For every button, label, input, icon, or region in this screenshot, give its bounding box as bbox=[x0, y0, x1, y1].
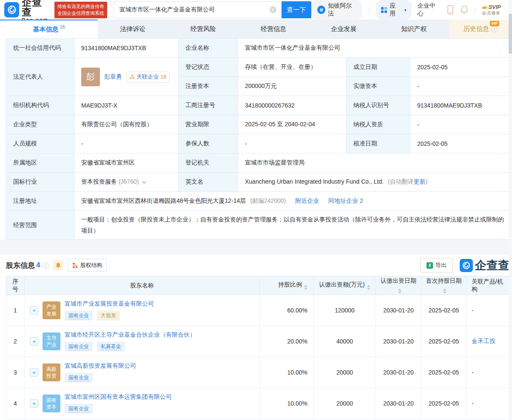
shareholder-name-link[interactable]: 宣城市产业发展投资基金有限公司 bbox=[65, 300, 154, 308]
enterprise-center-link[interactable]: 企业中心 bbox=[418, 2, 441, 17]
org-code-label: 组织机构代码 bbox=[6, 96, 74, 115]
sort-icon bbox=[367, 285, 370, 290]
col-date-sort[interactable]: 认缴出资日期 bbox=[376, 276, 421, 295]
taxpayer-quality-value: - bbox=[410, 115, 512, 134]
related-product-value: - bbox=[466, 388, 512, 419]
tab-bar: 基本信息16 法律诉讼 经营风险 经营信息 企业发展 知识产权 VIP 历史信息 bbox=[0, 20, 512, 38]
tab-operating-info[interactable]: 经营信息 bbox=[238, 20, 308, 38]
first-hold-date-value: 2025-02-05 bbox=[421, 357, 466, 388]
tag-major-shareholder[interactable]: 大股东 bbox=[97, 311, 120, 321]
apps-menu-button[interactable]: 应用 bbox=[376, 0, 412, 20]
shareholders-count: 4 bbox=[36, 261, 40, 270]
qcc-logo[interactable]: 企查查 Qcc.com bbox=[4, 0, 52, 22]
subscribe-bell-icon[interactable] bbox=[53, 260, 63, 270]
org-code-value: MAE9DJ3T-X bbox=[74, 96, 179, 115]
chevron-down-icon[interactable] bbox=[142, 181, 146, 184]
network-icon bbox=[130, 74, 135, 79]
tab-operating-risk[interactable]: 经营风险 bbox=[168, 20, 238, 38]
address-value: 安徽省宣城市宣州区西林街道梅园路48号金色阳光大厦12-14层 (邮编24200… bbox=[74, 192, 512, 211]
tab-basic-info[interactable]: 基本信息16 bbox=[0, 20, 98, 38]
shareholder-avatar[interactable]: 高新投资 bbox=[43, 363, 60, 381]
amount-value: 40000 bbox=[314, 326, 376, 357]
shareholder-avatar[interactable]: 国有资本 bbox=[43, 394, 60, 412]
shareholder-name-link[interactable]: 宣城市宣州区国有资本运营集团有限公司 bbox=[65, 393, 172, 401]
export-button[interactable]: X 导出 bbox=[420, 258, 453, 272]
legal-rep-avatar[interactable]: 彭 bbox=[81, 68, 100, 86]
row-no: 2 bbox=[6, 326, 25, 357]
approval-date-value: 2025-02-05 bbox=[410, 134, 512, 153]
search-button[interactable]: 查一下 bbox=[282, 1, 311, 18]
legal-rep-name-link[interactable]: 彭章勇 bbox=[104, 73, 122, 81]
expand-row-button[interactable] bbox=[30, 337, 38, 346]
ratio-value: 60.00% bbox=[260, 295, 314, 326]
tab-history-info[interactable]: VIP 历史信息 bbox=[449, 20, 512, 38]
basic-info-table: 统一社会信用代码 91341800MAE9DJ3TXB 企业名称 宣城市市区一体… bbox=[6, 38, 512, 240]
section-divider bbox=[0, 240, 512, 255]
zhibi-alfa-button[interactable]: α 知彼阿尔法 bbox=[311, 0, 362, 20]
amount-value: 120000 bbox=[314, 295, 376, 326]
search-input[interactable] bbox=[113, 1, 282, 18]
business-scope-label: 经营范围 bbox=[6, 211, 74, 240]
col-amount-sort[interactable]: 认缴出资额(万元) bbox=[314, 276, 376, 295]
shareholder-avatar[interactable]: 产业发展 bbox=[43, 301, 60, 319]
row-no: 1 bbox=[6, 295, 25, 326]
subscribe-date-value: 2030-01-20 bbox=[376, 295, 421, 326]
tag-state-owned[interactable]: 国有企业 bbox=[65, 311, 93, 321]
vip-badge: VIP bbox=[490, 21, 500, 26]
col-first-sort[interactable]: 首次持股日期 bbox=[421, 276, 466, 295]
business-term-label: 营业期限 bbox=[179, 115, 238, 134]
nearby-companies-link[interactable]: 附近企业 bbox=[295, 197, 319, 204]
info-icon[interactable] bbox=[43, 262, 49, 269]
ratio-value: 10.00% bbox=[260, 357, 314, 388]
row-no: 3 bbox=[6, 357, 25, 388]
col-related: 关联产品/机构 bbox=[466, 276, 512, 295]
staff-size-label: 人员规模 bbox=[6, 134, 74, 153]
expand-row-button[interactable] bbox=[30, 368, 38, 377]
shareholder-name-link[interactable]: 宣城市经开区主导产业基金合伙企业（有限合伙） bbox=[65, 331, 196, 339]
translate-update-link[interactable]: 更新 bbox=[414, 178, 426, 185]
tag-state-owned[interactable]: 国有企业 bbox=[65, 342, 93, 352]
region-label: 所属地区 bbox=[6, 153, 74, 173]
info-icon[interactable] bbox=[491, 26, 498, 32]
credit-code-label: 统一社会信用代码 bbox=[6, 39, 74, 58]
table-row: 3 高新投资 宣城高新投资发展有限公司 国有企业 10.00% 20000 20… bbox=[6, 357, 512, 388]
shareholder-name-cell: 主导产业 宣城市经开区主导产业基金合伙企业（有限合伙） 国有企业 私募基金 bbox=[25, 326, 260, 357]
business-term-value: 2025-02-05 至 2040-02-04 bbox=[238, 115, 347, 134]
shareholders-title: 股东信息 bbox=[6, 261, 35, 270]
first-hold-date-value: 2025-02-05 bbox=[421, 388, 466, 419]
established-value: 2025-02-05 bbox=[410, 58, 512, 77]
tag-private-fund[interactable]: 私募基金 bbox=[97, 342, 125, 352]
reg-no-label: 工商注册号 bbox=[179, 96, 238, 115]
svip-member-button[interactable]: SVIP 会员服务 bbox=[482, 4, 501, 16]
shareholder-avatar[interactable]: 主导产业 bbox=[43, 332, 60, 350]
legal-rep-cell: 彭 彭章勇 关联企业 16 bbox=[74, 58, 179, 96]
col-ratio-sort[interactable]: 持股比例 bbox=[260, 276, 314, 295]
tag-state-owned[interactable]: 国有企业 bbox=[65, 373, 93, 383]
tab-legal-litigation[interactable]: 法律诉讼 bbox=[98, 20, 168, 38]
related-product-link[interactable]: 金禾工投 bbox=[472, 338, 495, 344]
svg-text:X: X bbox=[428, 263, 431, 268]
first-hold-date-value: 2025-02-05 bbox=[421, 295, 466, 326]
equity-structure-button[interactable]: 股权结构 bbox=[68, 259, 107, 272]
company-type-label: 企业类型 bbox=[6, 115, 74, 134]
shareholders-header: 股东信息 4 股权结构 X 导出 企查查 bbox=[0, 255, 512, 276]
tab-intellectual-property[interactable]: 知识产权 bbox=[379, 20, 449, 38]
status-value: 存续（在营、开业、在册） bbox=[238, 58, 347, 77]
expand-row-button[interactable] bbox=[30, 306, 38, 315]
shareholder-name-cell: 国有资本 宣城市宣州区国有资本运营集团有限公司 国有企业 bbox=[25, 388, 260, 419]
related-companies-button[interactable]: 关联企业 16 bbox=[126, 71, 170, 82]
scrollbar-track bbox=[509, 0, 512, 420]
tab-company-development[interactable]: 企业发展 bbox=[309, 20, 379, 38]
same-address-companies-link[interactable]: 同地址企业 2 bbox=[328, 197, 363, 204]
insured-count-value: - bbox=[238, 134, 347, 153]
tag-state-owned[interactable]: 国有企业 bbox=[65, 404, 93, 414]
apps-grid-icon bbox=[381, 7, 387, 13]
scrollbar-thumb[interactable] bbox=[509, 14, 512, 54]
taxpayer-id-value: 91341800MAE9DJ3TXB bbox=[410, 96, 512, 115]
mobile-app-icon[interactable] bbox=[447, 5, 454, 14]
expand-row-button[interactable] bbox=[30, 399, 38, 408]
shareholder-name-link[interactable]: 宣城高新投资发展有限公司 bbox=[65, 362, 136, 370]
notification-bell-icon[interactable] bbox=[460, 5, 469, 14]
company-type-value: 有限责任公司（国有控股） bbox=[74, 115, 179, 134]
region-value: 安徽省宣城市宣州区 bbox=[74, 153, 179, 173]
